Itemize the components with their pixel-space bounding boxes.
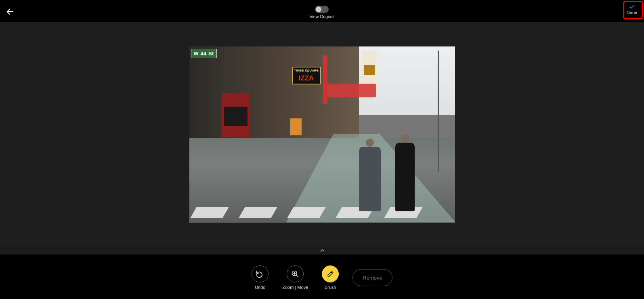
scene-street-sign: W 44 St: [191, 49, 217, 58]
edited-photo[interactable]: TIMES SQUARE IZZA W 44 St: [189, 46, 455, 223]
canvas-area[interactable]: TIMES SQUARE IZZA W 44 St: [0, 22, 644, 246]
scene-sandwich-board: [290, 118, 302, 135]
brush-tool[interactable]: Brush: [322, 265, 339, 290]
undo-tool[interactable]: Undo: [252, 265, 269, 290]
scene-neon-sign: [327, 84, 376, 97]
scene-pizza-sign: TIMES SQUARE IZZA: [292, 67, 321, 84]
scene-poster: [222, 93, 250, 137]
scene-pizza-sign-top: TIMES SQUARE: [293, 69, 320, 72]
svg-line-3: [296, 275, 298, 277]
undo-label: Undo: [255, 285, 265, 290]
scene-crosswalk: [189, 178, 455, 223]
check-icon: [628, 4, 636, 10]
view-original-toggle[interactable]: [315, 6, 329, 13]
bottom-bar: Undo Zoom | Move Brush: [0, 255, 644, 299]
undo-icon: [256, 270, 264, 278]
done-button[interactable]: Done: [623, 2, 641, 17]
scene-pizza-sign-main: IZZA: [299, 74, 314, 82]
expand-panel-handle[interactable]: [0, 246, 644, 255]
scene-tree: [438, 51, 439, 172]
brush-icon: [326, 270, 334, 278]
back-button[interactable]: [6, 7, 15, 17]
zoom-move-tool[interactable]: Zoom | Move: [282, 265, 308, 290]
zoom-in-icon: [291, 270, 299, 278]
remove-button[interactable]: Remove: [352, 269, 392, 286]
scene-pedestrian: [359, 147, 381, 211]
view-original-label: View Original: [310, 14, 335, 19]
view-original-toggle-group: View Original: [310, 6, 335, 19]
zoom-move-label: Zoom | Move: [282, 285, 308, 290]
tool-row: Undo Zoom | Move Brush: [0, 255, 644, 299]
scene-vertical-sign: [323, 55, 327, 104]
brush-label: Brush: [325, 285, 336, 290]
arrow-left-icon: [6, 7, 15, 16]
remove-label: Remove: [363, 275, 382, 281]
chevron-up-icon: [319, 248, 326, 253]
done-label: Done: [627, 10, 637, 15]
top-bar: View Original Done: [0, 0, 644, 22]
scene-pedestrian: [395, 143, 415, 211]
